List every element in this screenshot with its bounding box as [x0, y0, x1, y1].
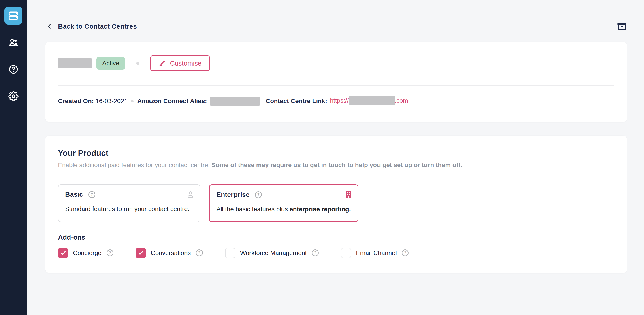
gear-icon: [8, 91, 18, 101]
sidebar-item-help[interactable]: [8, 64, 19, 75]
user-icon: [186, 190, 195, 199]
contact-centre-link-label: Contact Centre Link:: [266, 98, 327, 105]
created-on-value: 16-03-2021: [94, 98, 128, 105]
your-product-subtitle: Enable additional paid features for your…: [58, 162, 462, 169]
plan-basic-header: Basic ?: [65, 190, 193, 198]
subtitle-normal: Enable additional paid features for your…: [58, 162, 212, 168]
your-product-card: Your Product Enable additional paid feat…: [46, 136, 627, 273]
header-card-meta-row: Created On: 16-03-2021 Amazon Connect Al…: [58, 96, 408, 107]
app-logo[interactable]: [4, 7, 22, 24]
plan-options: Basic ? Standard features to run your co…: [58, 184, 358, 222]
contact-centre-name-redacted: [58, 58, 92, 68]
sidebar: [0, 0, 27, 315]
archive-button[interactable]: [616, 21, 627, 32]
question-circle-icon[interactable]: ?: [255, 191, 262, 198]
link-prefix: https://: [330, 97, 349, 104]
created-on-label: Created On:: [58, 98, 94, 105]
building-icon: [344, 190, 352, 199]
sidebar-item-settings[interactable]: [8, 91, 19, 102]
desc-normal: All the basic features plus: [216, 206, 290, 212]
addon-email-channel-label: Email Channel: [356, 250, 397, 256]
customise-button-label: Customise: [170, 60, 202, 67]
concierge-checkbox[interactable]: [58, 248, 68, 258]
link-suffix: .com: [394, 97, 408, 104]
contact-centre-header-card: Active Customise Created On: 16-03-2021 …: [46, 42, 627, 122]
server-stack-icon: [8, 10, 19, 22]
your-product-title: Your Product: [58, 148, 108, 158]
back-to-contact-centres-link[interactable]: Back to Contact Centres: [46, 22, 137, 30]
plan-enterprise-name: Enterprise: [216, 191, 250, 198]
amazon-connect-alias-label: Amazon Connect Alias:: [137, 98, 207, 105]
plan-card-enterprise[interactable]: Enterprise ? All the basic features plus…: [209, 184, 358, 222]
main-content: Back to Contact Centres Active: [27, 0, 644, 315]
addons-title: Add-ons: [58, 234, 85, 241]
separator-dot: [131, 100, 134, 102]
plan-card-basic[interactable]: Basic ? Standard features to run your co…: [58, 184, 200, 222]
email-channel-checkbox[interactable]: [341, 248, 351, 258]
question-circle-icon[interactable]: ?: [88, 191, 95, 198]
workforce-management-checkbox[interactable]: [225, 248, 235, 258]
addon-concierge-label: Concierge: [73, 250, 102, 256]
help-circle-icon: [8, 64, 18, 74]
plan-enterprise-header: Enterprise ?: [216, 191, 351, 198]
question-circle-icon[interactable]: ?: [196, 250, 203, 256]
conversations-checkbox[interactable]: [136, 248, 146, 258]
archive-icon: [617, 22, 626, 31]
subtitle-bold: Some of these may require us to get in t…: [212, 162, 462, 168]
question-circle-icon[interactable]: ?: [402, 250, 408, 256]
addon-email-channel: Email Channel ?: [341, 248, 408, 258]
plan-basic-name: Basic: [65, 190, 83, 198]
addon-workforce-management: Workforce Management ?: [225, 248, 319, 258]
question-circle-icon[interactable]: ?: [312, 250, 319, 256]
back-link-label: Back to Contact Centres: [58, 22, 137, 30]
desc-bold: enterprise reporting.: [290, 206, 351, 212]
status-badge: Active: [96, 57, 125, 70]
paintbrush-icon: [159, 60, 166, 67]
sidebar-item-contacts[interactable]: [8, 37, 19, 48]
addon-conversations: Conversations ?: [136, 248, 203, 258]
plan-enterprise-description: All the basic features plus enterprise r…: [216, 206, 351, 213]
header-card-divider: [58, 85, 614, 86]
chevron-left-icon: [46, 22, 53, 30]
addon-concierge: Concierge ?: [58, 248, 114, 258]
question-circle-icon[interactable]: ?: [106, 250, 114, 256]
addon-workforce-management-label: Workforce Management: [240, 250, 307, 256]
customise-button[interactable]: Customise: [150, 56, 210, 71]
topbar: Back to Contact Centres: [46, 20, 627, 33]
header-card-top-row: Active Customise: [58, 55, 614, 72]
amazon-connect-alias-redacted: [210, 97, 260, 106]
addons-row: Concierge ? Conversations ? Workforce Ma…: [58, 248, 408, 258]
people-icon: [8, 37, 18, 48]
separator-dot: [136, 62, 139, 65]
addon-conversations-label: Conversations: [151, 250, 191, 256]
link-middle-redacted: [349, 96, 394, 105]
plan-basic-description: Standard features to run your contact ce…: [65, 206, 190, 212]
contact-centre-link[interactable]: https://.com: [330, 96, 408, 106]
